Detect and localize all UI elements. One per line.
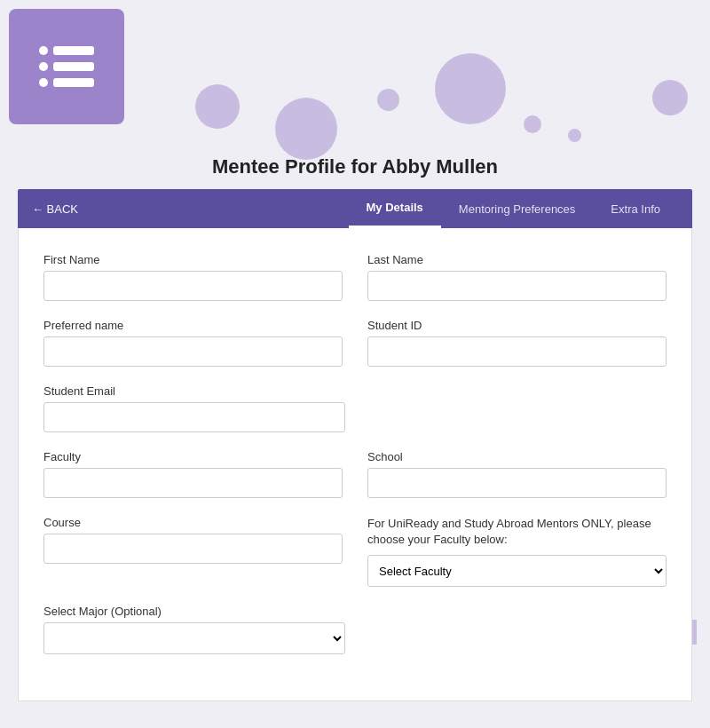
back-button[interactable]: ← BACK — [32, 202, 78, 216]
student-id-label: Student ID — [367, 319, 667, 332]
preferred-name-label: Preferred name — [43, 319, 343, 332]
first-name-input[interactable] — [43, 271, 343, 301]
preferred-name-group: Preferred name — [43, 319, 343, 367]
school-label: School — [367, 450, 667, 463]
student-email-input[interactable] — [43, 402, 345, 432]
form-row-email: Student Email — [43, 384, 667, 432]
tab-extra-info[interactable]: Extra Info — [593, 189, 678, 228]
course-group: Course — [43, 516, 343, 587]
student-id-input[interactable] — [367, 336, 667, 367]
tab-bar: ← BACK My Details Mentoring Preferences … — [18, 189, 692, 228]
page-title: Mentee Profile for Abby Mullen — [18, 155, 692, 178]
form-row-name: First Name Last Name — [43, 253, 667, 301]
course-label: Course — [43, 516, 343, 529]
form-area: First Name Last Name Preferred name Stud… — [18, 228, 692, 701]
school-input[interactable] — [367, 468, 667, 498]
major-label: Select Major (Optional) — [43, 605, 345, 618]
student-id-group: Student ID — [367, 319, 667, 367]
last-name-label: Last Name — [367, 253, 667, 266]
form-row-course-faculty: Course For UniReady and Study Abroad Men… — [43, 516, 667, 587]
faculty-group: Faculty — [43, 450, 343, 498]
first-name-label: First Name — [43, 253, 343, 266]
form-row-preferred-id: Preferred name Student ID — [43, 319, 667, 367]
last-name-input[interactable] — [367, 271, 667, 301]
tab-my-details[interactable]: My Details — [349, 189, 441, 228]
student-email-group: Student Email — [43, 384, 667, 432]
form-row-faculty-school: Faculty School — [43, 450, 667, 498]
preferred-name-input[interactable] — [43, 336, 343, 367]
faculty-select[interactable]: Select Faculty — [367, 555, 667, 587]
last-name-group: Last Name — [367, 253, 667, 301]
main-content: Mentee Profile for Abby Mullen ← BACK My… — [18, 0, 692, 701]
form-row-major: Select Major (Optional) — [43, 605, 667, 654]
student-email-label: Student Email — [43, 384, 667, 398]
faculty-input[interactable] — [43, 468, 343, 498]
faculty-select-group: For UniReady and Study Abroad Mentors ON… — [367, 516, 667, 587]
school-group: School — [367, 450, 667, 498]
tab-mentoring-preferences[interactable]: Mentoring Preferences — [441, 189, 594, 228]
faculty-note: For UniReady and Study Abroad Mentors ON… — [367, 516, 667, 548]
major-select[interactable] — [43, 622, 345, 654]
course-input[interactable] — [43, 534, 343, 564]
faculty-label: Faculty — [43, 450, 343, 463]
first-name-group: First Name — [43, 253, 343, 301]
major-group: Select Major (Optional) — [43, 605, 345, 654]
